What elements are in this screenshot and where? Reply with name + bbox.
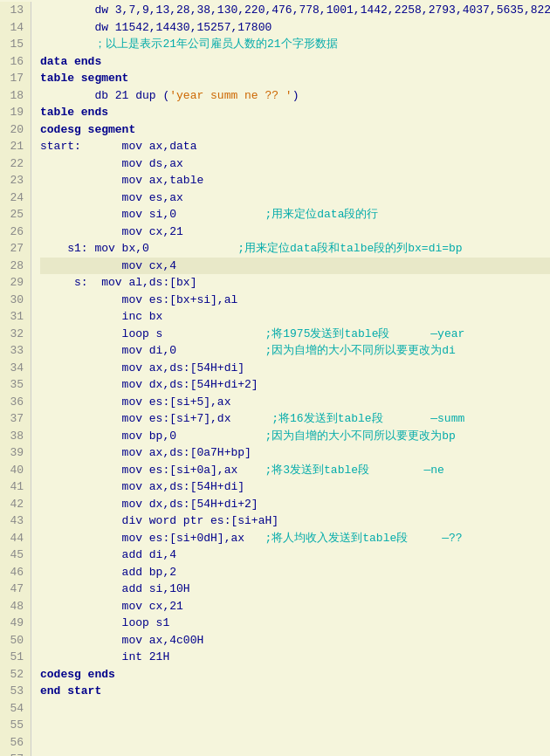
code-line: mov ax,ds:[0a7H+bp]	[40, 444, 550, 462]
line-number: 46	[3, 564, 24, 581]
code-line: mov dx,ds:[54H+di+2]	[40, 376, 550, 394]
code-line: ；以上是表示21年公司雇员人数的21个字形数据	[40, 36, 550, 53]
line-number: 26	[3, 223, 24, 241]
line-number: 16	[3, 53, 24, 71]
code-line: dw 3,7,9,13,28,38,130,220,476,778,1001,1…	[40, 2, 550, 19]
line-number: 25	[3, 206, 24, 223]
line-number: 42	[3, 496, 24, 513]
code-line: start: mov ax,data	[40, 138, 550, 155]
code-line: s: mov al,ds:[bx]	[40, 274, 550, 292]
code-line: add si,10H	[40, 581, 550, 598]
line-number: 22	[3, 155, 24, 173]
code-line: mov si,0 ;用来定位data段的行	[40, 206, 550, 223]
code-line: mov cx,21	[40, 598, 550, 615]
line-number: 29	[3, 274, 24, 292]
line-number: 45	[3, 546, 24, 564]
code-line: table ends	[40, 104, 550, 121]
line-number: 17	[3, 70, 24, 87]
code-line: end start	[40, 683, 550, 700]
code-line: mov es,ax	[40, 189, 550, 207]
line-number: 23	[3, 172, 24, 189]
line-number: 37	[3, 410, 24, 428]
code-line: mov es:[si+0a],ax ;将3发送到table段 —ne	[40, 462, 550, 479]
code-line: int 21H	[40, 649, 550, 666]
line-number: 56	[3, 734, 24, 752]
line-number: 50	[3, 632, 24, 649]
line-number: 51	[3, 649, 24, 666]
code-line: mov es:[bx+si],al	[40, 292, 550, 309]
code-line: mov es:[si+5],ax	[40, 394, 550, 411]
code-editor: 1314151617181920212223242526272829303132…	[0, 0, 550, 756]
code-line: mov es:[si+7],dx ;将16发送到table段 —summ	[40, 410, 550, 428]
code-line: mov cx,21	[40, 223, 550, 241]
line-number: 24	[3, 189, 24, 207]
line-number: 44	[3, 530, 24, 547]
code-line: table segment	[40, 70, 550, 87]
line-number: 41	[3, 478, 24, 496]
code-line: mov es:[si+0dH],ax ;将人均收入发送到table段 —??	[40, 530, 550, 547]
line-number: 35	[3, 376, 24, 394]
line-number-gutter: 1314151617181920212223242526272829303132…	[0, 2, 31, 756]
line-number: 28	[3, 258, 24, 275]
line-number: 30	[3, 292, 24, 309]
code-line: mov dx,ds:[54H+di+2]	[40, 496, 550, 513]
line-number: 15	[3, 36, 24, 53]
line-number: 32	[3, 326, 24, 343]
line-number: 19	[3, 104, 24, 121]
code-line: s1: mov bx,0 ;用来定位data段和talbe段的列bx=di=bp	[40, 240, 550, 258]
code-line: loop s1	[40, 615, 550, 632]
line-number: 21	[3, 138, 24, 155]
line-number: 36	[3, 394, 24, 411]
line-number: 53	[3, 683, 24, 700]
line-number: 18	[3, 87, 24, 105]
line-number: 38	[3, 428, 24, 445]
code-line: codesg segment	[40, 121, 550, 139]
line-number: 52	[3, 666, 24, 684]
line-number: 40	[3, 462, 24, 479]
line-number: 31	[3, 308, 24, 326]
line-number: 48	[3, 598, 24, 615]
code-line: inc bx	[40, 308, 550, 326]
line-number: 27	[3, 240, 24, 258]
code-line: loop s ;将1975发送到table段 —year	[40, 326, 550, 343]
code-line: codesg ends	[40, 666, 550, 684]
code-line: mov ax,4c00H	[40, 632, 550, 649]
line-number: 55	[3, 717, 24, 734]
line-number: 47	[3, 581, 24, 598]
line-number: 34	[3, 360, 24, 377]
code-line: mov cx,4	[40, 258, 550, 275]
code-line: add di,4	[40, 546, 550, 564]
line-number: 14	[3, 19, 24, 37]
code-line: mov ds,ax	[40, 155, 550, 173]
line-number: 39	[3, 444, 24, 462]
code-line: mov di,0 ;因为自增的大小不同所以要更改为di	[40, 342, 550, 360]
line-number: 49	[3, 615, 24, 632]
code-line: mov ax,table	[40, 172, 550, 189]
line-number: 20	[3, 121, 24, 139]
code-line: mov bp,0 ;因为自增的大小不同所以要更改为bp	[40, 428, 550, 445]
line-number: 54	[3, 700, 24, 718]
code-line: add bp,2	[40, 564, 550, 581]
line-number: 43	[3, 512, 24, 530]
line-number: 33	[3, 342, 24, 360]
code-line: div word ptr es:[si+aH]	[40, 512, 550, 530]
code-line: db 21 dup ('year summ ne ?? ')	[40, 87, 550, 105]
code-line: dw 11542,14430,15257,17800	[40, 19, 550, 37]
code-line: data ends	[40, 53, 550, 71]
code-content: dw 3,7,9,13,28,38,130,220,476,778,1001,1…	[31, 2, 550, 756]
line-number: 57	[3, 751, 24, 756]
code-line: mov ax,ds:[54H+di]	[40, 360, 550, 377]
code-line: mov ax,ds:[54H+di]	[40, 478, 550, 496]
line-number: 13	[3, 2, 24, 19]
